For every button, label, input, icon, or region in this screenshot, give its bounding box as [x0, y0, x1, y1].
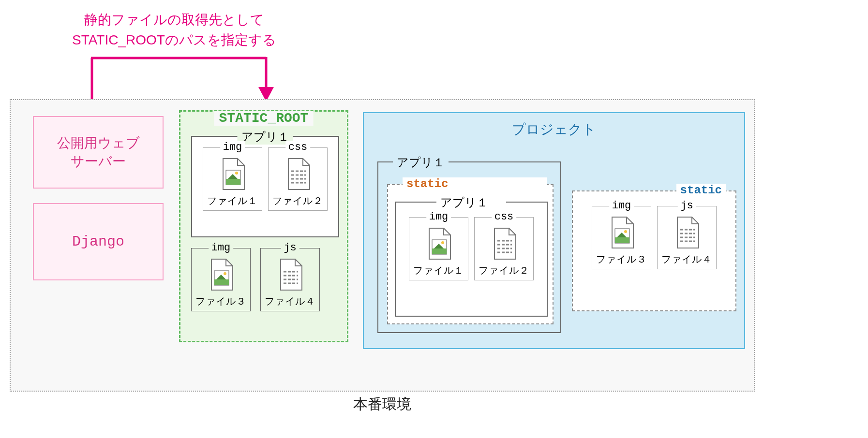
- file-name: ファイル１: [413, 264, 464, 277]
- django-label: Django: [72, 234, 124, 250]
- dir-label: img: [426, 211, 451, 223]
- text-file-icon: [284, 158, 313, 192]
- production-env-label: 本番環境: [5, 394, 760, 414]
- project-app1-group: アプリ１ static アプリ１ img ファイル１ css: [377, 161, 561, 333]
- web-server-box: 公開用ウェブ サーバー: [33, 116, 164, 189]
- file-block: js ファイル４: [260, 248, 320, 311]
- image-file-icon: [207, 258, 236, 293]
- dir-label: img: [209, 242, 234, 254]
- file-block: js ファイル４: [657, 206, 717, 269]
- file-name: ファイル３: [596, 253, 647, 266]
- file-name: ファイル２: [272, 194, 323, 207]
- dir-label: css: [492, 211, 517, 223]
- svg-point-31: [624, 230, 627, 233]
- file-block: img ファイル１: [203, 147, 262, 211]
- dir-label: css: [285, 141, 311, 153]
- text-file-icon: [673, 216, 702, 251]
- file-name: ファイル１: [207, 194, 258, 207]
- file-block: css ファイル２: [268, 147, 328, 211]
- text-file-icon: [276, 258, 305, 293]
- static-root-app-label: アプリ１: [238, 129, 293, 145]
- file-block: img ファイル１: [409, 217, 468, 280]
- static-root-box: STATIC_ROOT アプリ１ img ファイル１ css ファイル２: [179, 110, 348, 342]
- file-block: img ファイル３: [592, 206, 651, 269]
- file-block: img ファイル３: [191, 248, 251, 311]
- svg-rect-21: [432, 248, 447, 254]
- dir-label: js: [281, 242, 299, 254]
- svg-point-15: [224, 272, 226, 275]
- project-app1-static-label: static: [403, 177, 547, 190]
- file-name: ファイル３: [195, 295, 246, 308]
- web-server-label: 公開用ウェブ サーバー: [57, 134, 140, 171]
- dir-label: js: [677, 200, 696, 212]
- dir-label: img: [609, 200, 634, 212]
- svg-rect-29: [615, 237, 629, 243]
- static-root-label: STATIC_ROOT: [214, 111, 314, 126]
- svg-point-23: [441, 241, 444, 244]
- project-static2-label: static: [676, 184, 726, 197]
- dir-label: img: [220, 141, 245, 153]
- image-file-icon: [424, 227, 453, 262]
- project-app1-static-group: static アプリ１ img ファイル１ css ファイル２: [387, 184, 554, 324]
- file-name: ファイル４: [265, 295, 315, 308]
- django-box: Django: [33, 203, 164, 280]
- svg-rect-13: [214, 279, 229, 285]
- project-box: プロジェクト アプリ１ static アプリ１ img ファイル１ css: [363, 112, 745, 349]
- file-name: ファイル２: [479, 264, 529, 277]
- project-label: プロジェクト: [364, 120, 744, 139]
- static-root-arrow-icon: [82, 53, 285, 106]
- project-app1-label: アプリ１: [393, 155, 449, 170]
- annotation-line1: 静的ファイルの取得先として: [53, 10, 295, 30]
- image-file-icon: [607, 216, 636, 251]
- annotation-line2: STATIC_ROOTのパスを指定する: [53, 30, 295, 50]
- file-block: css ファイル２: [474, 217, 534, 280]
- project-app1-inner-label: アプリ１: [436, 195, 506, 210]
- svg-point-7: [235, 172, 238, 175]
- project-app1-inner-group: アプリ１ img ファイル１ css ファイル２: [395, 202, 548, 317]
- svg-rect-5: [226, 179, 240, 185]
- image-file-icon: [218, 158, 247, 192]
- diagram-annotation: 静的ファイルの取得先として STATIC_ROOTのパスを指定する: [53, 10, 295, 50]
- project-static2-group: static img ファイル３ js ファイル４: [572, 190, 736, 311]
- file-name: ファイル４: [661, 253, 712, 266]
- static-root-app-group: アプリ１ img ファイル１ css ファイル２: [191, 136, 339, 237]
- text-file-icon: [490, 227, 519, 262]
